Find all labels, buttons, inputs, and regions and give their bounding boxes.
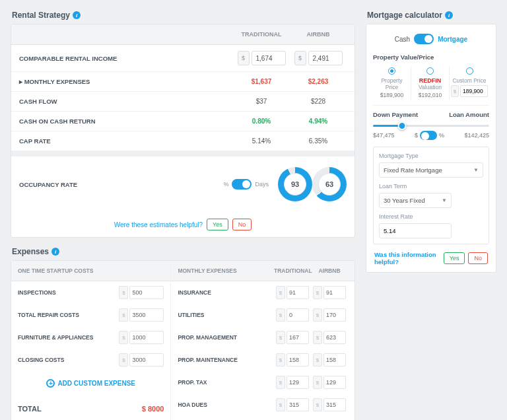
insurance-trad[interactable]	[287, 286, 309, 299]
add-custom-expense-startup[interactable]: +ADD CUSTOM EXPENSE	[11, 371, 170, 396]
occupancy-airbnb-donut: 63	[312, 167, 347, 201]
maint-trad[interactable]	[287, 353, 309, 367]
custom-price-input[interactable]	[460, 85, 488, 97]
interest-rate-input[interactable]	[379, 223, 452, 238]
mortgage-title: Mortgage calculator i	[366, 11, 496, 24]
cash-label: Cash	[395, 36, 410, 43]
info-icon[interactable]: i	[73, 11, 81, 19]
down-payment-value: $47,475	[373, 132, 395, 139]
loan-amount-value: $142,425	[464, 132, 489, 139]
chevron-down-icon: ▼	[442, 197, 447, 203]
maint-airbnb[interactable]	[323, 353, 346, 367]
currency-label: $	[238, 51, 250, 65]
cash-mortgage-toggle[interactable]	[414, 34, 434, 44]
repair-input[interactable]	[129, 308, 164, 322]
dp-unit-toggle[interactable]	[420, 131, 437, 140]
rental-strategy-panel: TRADITIONAL AIRBNB COMPARABLE RENTAL INC…	[11, 24, 355, 238]
expenses-title: Expenses i	[11, 247, 355, 260]
info-helpful: Was this information helpful? Yes No	[373, 244, 489, 265]
property-value-options: Property Price $189,900 REDFIN Valuation…	[373, 66, 489, 100]
row-comparable-income: COMPARABLE RENTAL INCOME $ $	[11, 45, 355, 72]
furniture-input[interactable]	[129, 331, 164, 344]
tax-trad[interactable]	[287, 376, 309, 389]
chevron-down-icon: ▼	[473, 167, 479, 173]
row-cap-rate: CAP RATE 5.14% 6.35%	[11, 131, 355, 151]
row-monthly-expenses[interactable]: ▸ MONTHLY EXPENSES $1,637 $2,263	[11, 72, 355, 92]
pv-property-price[interactable]: Property Price $189,900	[373, 66, 411, 100]
inspections-input[interactable]	[129, 286, 164, 299]
rental-header: TRADITIONAL AIRBNB	[11, 24, 355, 45]
occupancy-toggle[interactable]	[232, 179, 252, 190]
income-airbnb-input[interactable]	[308, 51, 343, 65]
pv-redfin-valuation[interactable]: REDFIN Valuation $192,010	[411, 66, 450, 100]
pv-custom-price[interactable]: Custom Price $	[450, 66, 489, 100]
no-button[interactable]: No	[232, 219, 252, 230]
radio-icon	[388, 67, 395, 75]
rental-strategy-title: Rental Strategy i	[11, 11, 355, 24]
mgmt-airbnb[interactable]	[323, 331, 346, 344]
utilities-trad[interactable]	[287, 308, 309, 322]
income-trad-input[interactable]	[252, 51, 286, 65]
row-closing: CLOSING COSTS$	[11, 349, 170, 371]
row-occupancy: OCCUPANCY RATE % Days 93 63	[11, 151, 355, 212]
no-button[interactable]: No	[468, 252, 488, 264]
mortgage-panel: Cash Mortgage Property Value/Price Prope…	[366, 24, 496, 273]
radio-icon	[466, 67, 473, 75]
radio-icon	[426, 67, 434, 75]
row-inspections: INSPECTIONS$	[11, 281, 170, 304]
mortgage-type-select[interactable]: Fixed Rate Mortgage▼	[379, 162, 483, 178]
row-furniture: FURNITURE & APPLIANCES$	[11, 326, 170, 349]
estimates-helpful: Were these estimates helpful? Yes No	[11, 212, 355, 237]
insurance-airbnb[interactable]	[323, 286, 346, 299]
mortgage-label: Mortgage	[438, 36, 467, 43]
info-icon[interactable]: i	[51, 248, 59, 256]
info-icon[interactable]: i	[445, 11, 453, 19]
row-repair: TOTAL REPAIR COSTS$	[11, 304, 170, 326]
yes-button[interactable]: Yes	[207, 219, 228, 230]
yes-button[interactable]: Yes	[444, 252, 465, 264]
row-cash-flow: CASH FLOW $37 $228	[11, 92, 355, 112]
utilities-airbnb[interactable]	[323, 308, 346, 322]
expenses-panel: ONE TIME STARTUP COSTS INSPECTIONS$ TOTA…	[11, 260, 355, 420]
closing-input[interactable]	[129, 353, 164, 367]
mgmt-trad[interactable]	[287, 331, 309, 344]
tax-airbnb[interactable]	[323, 376, 346, 389]
loan-term-select[interactable]: 30 Years Fixed▼	[379, 193, 452, 208]
row-coc-return: CASH ON CASH RETURN 0.80% 4.94%	[11, 112, 355, 131]
hoa-trad[interactable]	[287, 398, 309, 411]
hoa-airbnb[interactable]	[323, 398, 346, 411]
total-startup: $ 8000	[142, 405, 164, 413]
occupancy-trad-donut: 93	[278, 167, 312, 201]
down-payment-slider[interactable]	[373, 125, 489, 127]
plus-icon: +	[46, 379, 55, 388]
